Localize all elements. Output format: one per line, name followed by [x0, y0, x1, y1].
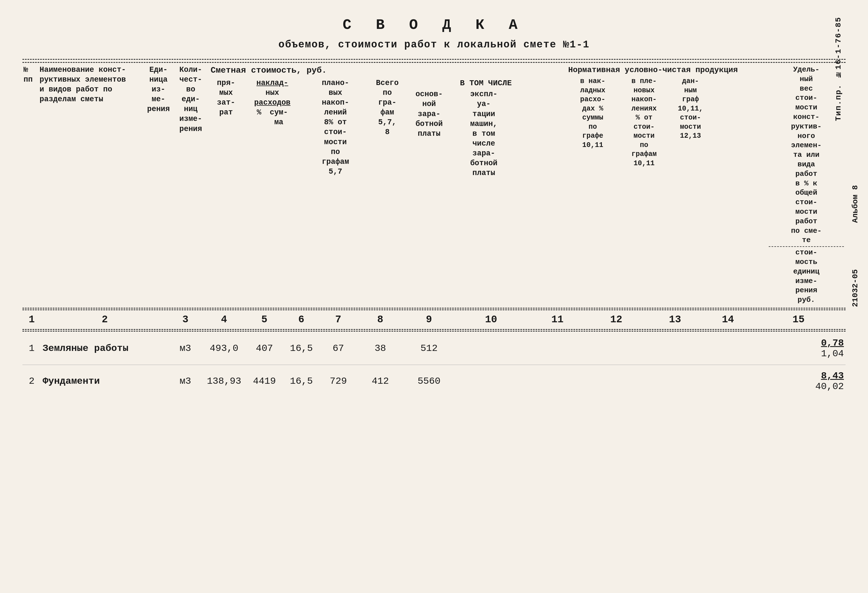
row1-overhead-sum: 67 — [320, 333, 357, 364]
row2-basic — [454, 366, 528, 396]
header-col-qty: Коли- чест- во еди- ниц изме- рения — [173, 64, 209, 306]
col-num-8: 8 — [357, 311, 404, 328]
side-reference: Тип.пр. №16-1-76-85 — [834, 17, 843, 121]
header-sub-total: Всего по гра- фам 5,7, 8 — [368, 78, 407, 179]
header-col-num: № пп — [22, 64, 38, 306]
separator-row — [22, 364, 846, 366]
row1-nak-total — [704, 333, 751, 364]
row1-direct: 407 — [246, 333, 283, 364]
col-num-1: 1 — [22, 311, 41, 328]
header-col-normative-main: Нормативная условно-чистая продукция в н… — [567, 64, 767, 306]
right-album-label: Альбом 8 — [851, 185, 859, 223]
row2-total: 5560 — [404, 366, 454, 396]
row1-qty: 493,0 — [202, 333, 246, 364]
col-num-4: 4 — [202, 311, 246, 328]
col-num-11: 11 — [528, 311, 587, 328]
col-num-10: 10 — [454, 311, 528, 328]
data-row-1: 1 Земляные работы м3 493,0 407 16,5 67 3… — [22, 333, 846, 364]
row2-direct: 4419 — [246, 366, 283, 396]
col-num-5: 5 — [246, 311, 283, 328]
data-row-2: 2 Фундаменти м3 138,93 4419 16,5 729 412… — [22, 366, 846, 396]
row2-weight: 8,43 40,02 — [751, 366, 846, 396]
row1-nak-exp — [587, 333, 646, 364]
row1-nak-new — [646, 333, 704, 364]
col-num-14: 14 — [704, 311, 751, 328]
row2-nak-new — [646, 366, 704, 396]
row2-overhead-pct: 16,5 — [283, 366, 320, 396]
column-numbers-row: 1 2 3 4 5 6 7 8 9 10 11 12 13 14 15 — [22, 311, 846, 328]
col-num-13: 13 — [646, 311, 704, 328]
header-sub-direct: пря- мых зат- рат — [211, 78, 242, 179]
row1-total: 512 — [404, 333, 454, 364]
row2-planned: 412 — [357, 366, 404, 396]
col-num-9: 9 — [404, 311, 454, 328]
row2-qty: 138,93 — [202, 366, 246, 396]
row1-planned: 38 — [357, 333, 404, 364]
row1-name: Земляные работы — [41, 333, 168, 364]
col-num-15: 15 — [751, 311, 846, 328]
row2-nak-exp — [587, 366, 646, 396]
header-col-weight: Удель- ный вес стои- мости конст- руктив… — [767, 64, 846, 306]
row1-weight: 0,78 1,04 — [751, 333, 846, 364]
row1-num: 1 — [22, 333, 41, 364]
header-col-unit: Еди- ница из- ме- рения — [145, 64, 173, 306]
header-sub-inthat-main: В ТОМ ЧИСЛЕ основ- ной зара- ботной плат… — [407, 78, 565, 179]
col-num-7: 7 — [320, 311, 357, 328]
row2-name: Фундаменти — [41, 366, 168, 396]
col-num-3: 3 — [168, 311, 202, 328]
row2-unit: м3 — [168, 366, 202, 396]
row1-unit: м3 — [168, 333, 202, 364]
row1-exploit — [528, 333, 587, 364]
header-col-cost-main: Сметная стоимость, руб. пря- мых зат- ра… — [209, 64, 567, 306]
col-num-6: 6 — [283, 311, 320, 328]
col-num-12: 12 — [587, 311, 646, 328]
row2-nak-total — [704, 366, 751, 396]
page-title: С В О Д К А — [22, 17, 846, 33]
row2-exploit — [528, 366, 587, 396]
header-col-name: Наименование конст- руктивных элементов … — [38, 64, 145, 306]
header-sub-planned: плано- вых накоп- лений 8% от стои- мост… — [303, 78, 368, 179]
col-num-2: 2 — [41, 311, 168, 328]
row1-basic — [454, 333, 528, 364]
row1-overhead-pct: 16,5 — [283, 333, 320, 364]
row2-num: 2 — [22, 366, 41, 396]
row2-overhead-sum: 729 — [320, 366, 357, 396]
page-subtitle: объемов, стоимости работ к локальной сме… — [22, 39, 846, 50]
right-sheet-ref: 21032-05 — [851, 269, 859, 307]
header-sub-overhead: наклад- ных расходов % сум- ма — [242, 78, 303, 179]
